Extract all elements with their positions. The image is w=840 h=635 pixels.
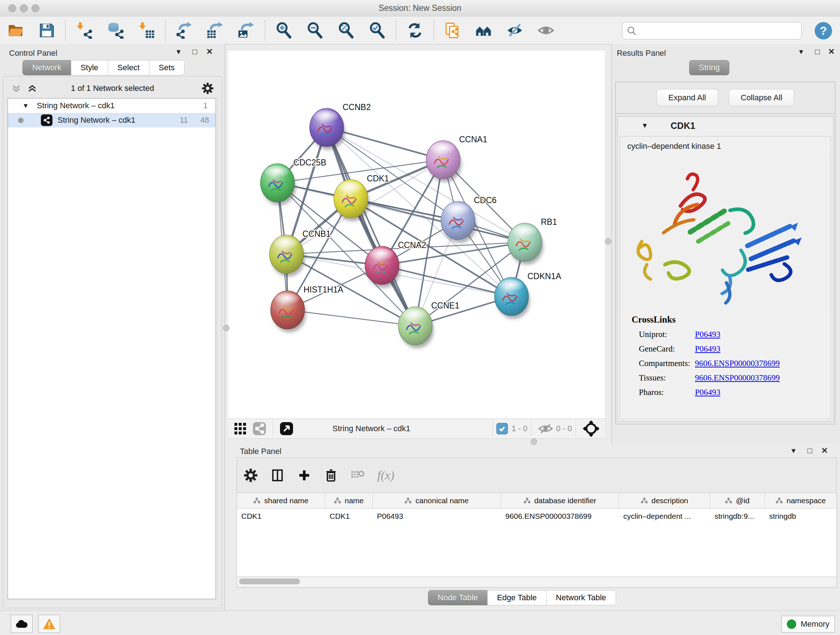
network-node-CDKN1A[interactable] (494, 277, 530, 319)
tab-sets[interactable]: Sets (149, 60, 185, 75)
float-table-icon[interactable]: ▾ (791, 446, 796, 455)
network-edge[interactable] (351, 199, 525, 242)
tab-network[interactable]: Network (22, 60, 71, 75)
undock-results-icon[interactable]: □ (815, 47, 820, 57)
scrollbar-thumb[interactable] (239, 578, 300, 584)
export-network-icon[interactable] (174, 21, 194, 40)
crosslink-label: Uniprot: (639, 330, 695, 339)
zoom-fit-icon[interactable] (336, 21, 356, 40)
column-header-databaseidentifier[interactable]: database identifier (501, 493, 619, 508)
column-header-id[interactable]: @id (710, 493, 765, 508)
delete-column-icon[interactable] (324, 468, 338, 483)
clone-network-icon[interactable] (443, 21, 462, 40)
search-box (622, 22, 802, 40)
search-input[interactable] (639, 24, 801, 38)
export-table-icon[interactable] (205, 21, 225, 40)
grid-view-icon[interactable] (234, 422, 247, 435)
import-table-icon[interactable] (137, 21, 156, 40)
cloud-button[interactable] (11, 615, 33, 633)
gear-icon[interactable] (243, 468, 258, 483)
tab-string[interactable]: String (689, 60, 729, 75)
crosslink-value-link[interactable]: P06493 (695, 388, 720, 397)
undock-table-icon[interactable]: □ (807, 446, 812, 455)
crosslink-value-link[interactable]: P06493 (695, 330, 720, 339)
network-node-RB1[interactable] (508, 223, 543, 264)
network-collection-row[interactable]: ▼ String Network – cdk1 1 (8, 98, 216, 113)
split-columns-icon[interactable] (270, 468, 285, 483)
refresh-icon[interactable] (405, 21, 425, 40)
column-header-name[interactable]: name (325, 493, 373, 508)
memory-button[interactable]: Memory (782, 616, 835, 632)
column-header-canonicalname[interactable]: canonical name (373, 493, 501, 508)
network-share-icon[interactable] (253, 422, 266, 435)
float-results-icon[interactable]: ▾ (799, 47, 803, 57)
network-label: String Network – cdk1 (57, 116, 135, 125)
results-panel-title: Results Panel (617, 49, 666, 58)
network-status-dot (18, 118, 24, 123)
birds-eye-view-icon[interactable] (279, 422, 294, 435)
protein-collapse-icon[interactable]: ▼ (641, 122, 648, 130)
network-row[interactable]: String Network – cdk1 11 48 (8, 113, 216, 127)
network-edge[interactable] (327, 127, 415, 326)
crosslink-value-link[interactable]: 9606.ENSP00000378699 (695, 373, 780, 383)
warning-button[interactable] (38, 615, 60, 633)
undock-panel-icon[interactable]: □ (193, 47, 197, 57)
toolbar-separator (433, 20, 434, 41)
tab-style[interactable]: Style (71, 60, 108, 75)
show-all-eye-icon[interactable] (536, 21, 556, 40)
crosslink-value-link[interactable]: P06493 (695, 344, 720, 354)
selected-checkbox-icon[interactable] (496, 423, 508, 434)
results-tabs: String (689, 60, 729, 75)
save-session-icon[interactable] (37, 21, 57, 40)
network-node-CCNB1[interactable] (270, 235, 305, 277)
close-table-icon[interactable]: ✕ (821, 446, 828, 455)
export-image-icon[interactable] (237, 21, 256, 40)
hide-selected-eye-icon[interactable] (505, 21, 524, 40)
zoom-selected-icon[interactable] (368, 21, 387, 40)
houses-icon[interactable] (474, 21, 493, 40)
tab-node-table[interactable]: Node Table (428, 590, 488, 605)
network-node-CCNB2[interactable] (309, 108, 345, 150)
network-canvas[interactable]: CCNB2CCNA1CDC25BCDK1CDC6RB1CCNB1CCNA2CDK… (228, 51, 605, 418)
network-node-HIST1H1A[interactable] (271, 291, 306, 333)
column-header-sharedname[interactable]: shared name (237, 493, 325, 508)
table-row[interactable]: CDK1CDK1P064939606.ENSP00000378699cyclin… (237, 509, 836, 524)
network-node-CDC25B[interactable] (261, 164, 296, 205)
zoom-out-icon[interactable] (305, 21, 325, 40)
open-session-folder-icon[interactable] (6, 21, 25, 40)
node-label-CDC25B: CDC25B (294, 158, 326, 167)
collection-expand-icon[interactable]: ▼ (22, 102, 29, 110)
tab-select[interactable]: Select (108, 60, 149, 75)
add-column-icon[interactable] (297, 468, 311, 483)
right-splitter-handle[interactable] (605, 238, 611, 245)
network-node-CCNA2[interactable] (365, 246, 401, 288)
tab-edge-table[interactable]: Edge Table (487, 590, 546, 605)
column-header-namespace[interactable]: namespace (765, 493, 836, 508)
network-options-gear-icon[interactable] (202, 82, 214, 96)
network-edge[interactable] (382, 265, 512, 296)
close-panel-icon[interactable]: ✕ (206, 47, 213, 57)
crosslink-label: Tissues: (639, 373, 695, 383)
import-network-icon[interactable] (74, 21, 94, 40)
column-header-description[interactable]: description (619, 493, 710, 508)
fit-selection-crosshair-icon[interactable] (583, 420, 600, 437)
network-node-CDK1[interactable] (334, 180, 369, 221)
table-cell: CDK1 (237, 509, 325, 524)
table-cell: 9606.ENSP00000378699 (501, 509, 619, 524)
crosslink-value-link[interactable]: 9606.ENSP00000378699 (695, 359, 780, 368)
collapse-all-button[interactable]: Collapse All (729, 89, 794, 106)
network-node-CCNE1[interactable] (398, 307, 434, 348)
import-network-database-icon[interactable] (106, 21, 125, 40)
left-splitter-handle[interactable] (223, 325, 229, 331)
table-horizontal-scrollbar[interactable] (237, 577, 836, 586)
tab-network-table[interactable]: Network Table (546, 590, 616, 605)
close-results-icon[interactable]: ✕ (828, 47, 835, 57)
zoom-in-icon[interactable] (274, 21, 294, 40)
bottom-splitter-handle[interactable] (531, 439, 537, 445)
expand-all-button[interactable]: Expand All (657, 89, 718, 106)
network-edge[interactable] (287, 310, 415, 326)
network-node-CCNA1[interactable] (426, 141, 462, 182)
help-button[interactable]: ? (815, 22, 832, 40)
float-panel-icon[interactable]: ▾ (177, 47, 180, 57)
crosslink-label: Compartments: (639, 359, 695, 368)
